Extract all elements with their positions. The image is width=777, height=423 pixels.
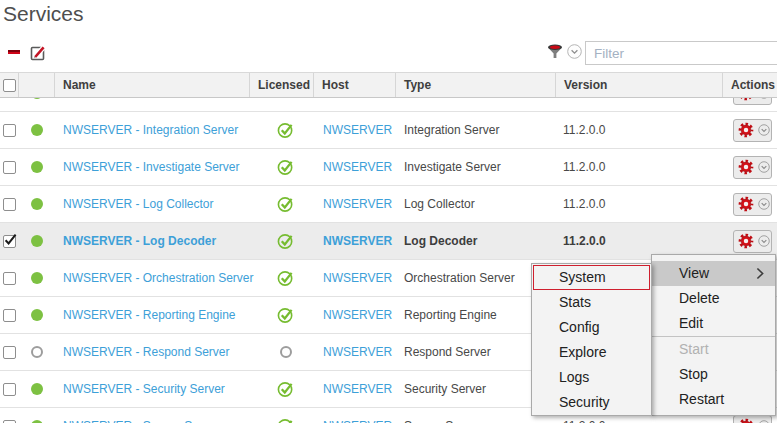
cell-name: NWSERVER - Respond Server: [55, 334, 250, 370]
host-link[interactable]: NWSERVER: [323, 308, 392, 322]
row-actions-button[interactable]: [733, 98, 772, 105]
row-checkbox[interactable]: [3, 198, 16, 211]
service-row-partial[interactable]: [0, 98, 777, 112]
column-header-type[interactable]: Type: [396, 73, 556, 97]
cell-host: NWSERVER: [314, 260, 396, 296]
service-name-link[interactable]: NWSERVER - Source Server: [63, 419, 220, 423]
cell-name: NWSERVER - Investigate Server: [55, 149, 250, 185]
page-title: Services: [3, 2, 84, 26]
cell-select: [0, 98, 19, 111]
cell-name: NWSERVER - Source Server: [55, 408, 250, 423]
status-dot-up: [31, 124, 43, 136]
status-dot-unknown: [31, 346, 43, 358]
service-name-link[interactable]: NWSERVER - Investigate Server: [63, 160, 240, 174]
row-checkbox[interactable]: [3, 309, 16, 322]
row-checkbox[interactable]: [3, 346, 16, 359]
filter-input[interactable]: [585, 41, 777, 65]
cell-host: NWSERVER: [314, 371, 396, 407]
cell-name: NWSERVER - Log Decoder: [55, 223, 250, 259]
service-name-link[interactable]: NWSERVER - Log Collector: [63, 197, 214, 211]
filter-options-dropdown[interactable]: [567, 44, 582, 59]
licensed-status: [277, 121, 295, 139]
cell-licensed: [250, 98, 314, 111]
cell-licensed: [250, 223, 314, 259]
submenu-item-config[interactable]: Config: [532, 315, 651, 340]
filter-funnel-icon[interactable]: [547, 43, 563, 59]
service-name-link[interactable]: NWSERVER - Security Server: [63, 382, 225, 396]
cell-type: Log Collector: [396, 186, 556, 222]
row-checkbox[interactable]: [3, 161, 16, 174]
row-actions-button[interactable]: [733, 119, 772, 142]
service-name-link[interactable]: NWSERVER - Orchestration Server: [63, 271, 254, 285]
actions-context-menu: View DeleteEditStartStopRestart: [651, 254, 776, 416]
column-header-host[interactable]: Host: [314, 73, 396, 97]
cell-licensed: [250, 186, 314, 222]
service-row-nwserver-integration-server[interactable]: NWSERVER - Integration Server NWSERVERIn…: [0, 112, 777, 149]
cell-status: [19, 112, 55, 148]
cell-status: [19, 223, 55, 259]
cell-actions: [723, 112, 777, 148]
cell-status: [19, 371, 55, 407]
row-actions-button[interactable]: [733, 193, 772, 216]
row-checkbox[interactable]: [3, 272, 16, 285]
host-link[interactable]: NWSERVER: [323, 160, 392, 174]
host-link[interactable]: NWSERVER: [323, 123, 392, 137]
edit-service-button[interactable]: [30, 44, 47, 61]
cell-select: [0, 297, 19, 333]
menu-item-delete[interactable]: Delete: [652, 286, 775, 311]
licensed-check-icon: [277, 380, 295, 398]
row-actions-button[interactable]: [733, 156, 772, 179]
host-link[interactable]: NWSERVER: [323, 197, 392, 211]
menu-item-label: Start: [679, 341, 709, 357]
cell-status: [19, 334, 55, 370]
menu-item-view[interactable]: View: [652, 261, 775, 286]
grid-header: NameLicensedHostTypeVersionActions: [0, 72, 777, 98]
column-header-version[interactable]: Version: [556, 73, 723, 97]
submenu-item-system[interactable]: System: [532, 265, 651, 290]
service-name-link[interactable]: NWSERVER - Respond Server: [63, 345, 230, 359]
host-link[interactable]: NWSERVER: [323, 345, 392, 359]
licensed-check-icon: [277, 195, 295, 213]
row-checkbox[interactable]: [3, 420, 16, 423]
row-checkbox[interactable]: [3, 124, 16, 137]
column-header-actions[interactable]: Actions: [723, 73, 777, 97]
cell-name: NWSERVER - Log Collector: [55, 186, 250, 222]
host-link[interactable]: NWSERVER: [323, 382, 392, 396]
column-header-status[interactable]: [19, 73, 55, 97]
host-link[interactable]: NWSERVER: [323, 234, 392, 248]
licensed-check-icon: [277, 232, 295, 250]
row-checkbox[interactable]: [3, 235, 16, 248]
remove-service-button[interactable]: [8, 50, 20, 54]
status-dot-up: [31, 309, 43, 321]
column-header-name[interactable]: Name: [55, 73, 250, 97]
cell-status: [19, 186, 55, 222]
submenu-item-explore[interactable]: Explore: [532, 340, 651, 365]
service-row-nwserver-log-collector[interactable]: NWSERVER - Log Collector NWSERVERLog Col…: [0, 186, 777, 223]
host-link[interactable]: NWSERVER: [323, 271, 392, 285]
submenu-item-label: System: [559, 269, 606, 285]
service-name-link[interactable]: NWSERVER - Integration Server: [63, 123, 238, 137]
cell-host: NWSERVER: [314, 223, 396, 259]
cell-name: NWSERVER - Security Server: [55, 371, 250, 407]
cell-status: [19, 408, 55, 423]
menu-item-restart[interactable]: Restart: [652, 387, 775, 412]
service-name-link[interactable]: NWSERVER - Log Decoder: [63, 234, 216, 248]
cell-licensed: [250, 334, 314, 370]
submenu-item-stats[interactable]: Stats: [532, 290, 651, 315]
service-row-nwserver-investigate-server[interactable]: NWSERVER - Investigate Server NWSERVERIn…: [0, 149, 777, 186]
row-actions-button[interactable]: [733, 230, 772, 253]
cell-name: NWSERVER - Integration Server: [55, 112, 250, 148]
submenu-item-label: Config: [559, 319, 599, 335]
menu-item-stop[interactable]: Stop: [652, 362, 775, 387]
row-checkbox[interactable]: [3, 383, 16, 396]
host-link[interactable]: NWSERVER: [323, 419, 392, 423]
cell-host: NWSERVER: [314, 149, 396, 185]
menu-item-edit[interactable]: Edit: [652, 311, 775, 336]
cell-name: NWSERVER - Reporting Engine: [55, 297, 250, 333]
service-name-link[interactable]: NWSERVER - Reporting Engine: [63, 308, 236, 322]
submenu-item-logs[interactable]: Logs: [532, 365, 651, 390]
submenu-item-security[interactable]: Security: [532, 390, 651, 415]
column-header-licensed[interactable]: Licensed: [250, 73, 314, 97]
menu-item-label: View: [679, 265, 709, 281]
select-all-checkbox[interactable]: [3, 79, 16, 92]
